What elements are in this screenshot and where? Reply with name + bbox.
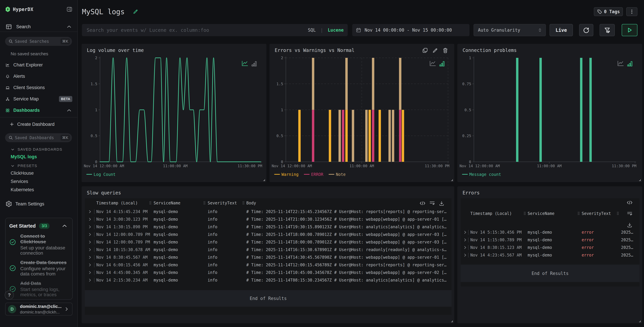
sidebar-link-mysql-logs[interactable]: MySQL logs xyxy=(11,154,72,159)
sidebar-link-kubernetes[interactable]: Kubernetes xyxy=(11,187,72,192)
column-grip-icon[interactable] xyxy=(203,201,206,205)
column-grip-icon[interactable] xyxy=(617,211,619,215)
table-row[interactable]: Nov 14 8:30:45.567 AMmysql-demoinfo# Tim… xyxy=(85,253,452,261)
expand-row-icon[interactable] xyxy=(463,245,467,250)
help-button[interactable]: ? xyxy=(5,290,14,300)
column-grip-icon[interactable] xyxy=(242,201,245,205)
expand-row-icon[interactable] xyxy=(88,247,92,252)
expand-row-icon[interactable] xyxy=(88,255,92,259)
sql-mode-toggle[interactable]: SQL xyxy=(308,28,316,33)
line-view-toggle[interactable] xyxy=(617,60,624,67)
table-row[interactable]: Nov 14 4:45:00.345 AMmysql-demoinfo# Tim… xyxy=(85,269,452,276)
table-row[interactable]: Nov 14 8:30:15.123 AMmysql-demoerror2025… xyxy=(461,244,640,251)
code-view-icon[interactable] xyxy=(626,200,633,205)
table-row[interactable]: Nov 14 4:23:45.567 AMmysql-demoerror2025… xyxy=(461,251,640,259)
column-header-body[interactable]: Body xyxy=(246,201,256,205)
group-presets[interactable]: PRESETS xyxy=(10,163,72,168)
expand-row-icon[interactable] xyxy=(88,209,92,214)
sidebar-item-chart-explorer[interactable]: Chart Explorer xyxy=(6,59,72,71)
resize-handle[interactable] xyxy=(638,178,641,181)
tags-button[interactable]: 0 Tags xyxy=(594,7,623,16)
sidebar-item-alerts[interactable]: Alerts xyxy=(6,71,72,82)
sidebar-item-client-sessions[interactable]: Client Sessions xyxy=(6,82,72,93)
expand-row-icon[interactable] xyxy=(88,232,92,237)
wrap-lines-icon[interactable] xyxy=(429,201,435,206)
run-query-button[interactable] xyxy=(622,24,638,36)
edit-panel-icon[interactable] xyxy=(432,47,438,54)
line-view-toggle[interactable] xyxy=(241,60,248,67)
group-saved-dashboards[interactable]: SAVED DASHBOARDS xyxy=(10,147,72,152)
code-view-icon[interactable] xyxy=(420,201,426,206)
column-header-servicename[interactable]: ServiceName xyxy=(154,201,180,205)
expand-row-icon[interactable] xyxy=(463,253,467,257)
create-dashboard-button[interactable]: Create Dashboard xyxy=(9,120,72,128)
expand-row-icon[interactable] xyxy=(88,263,92,267)
group-label: PRESETS xyxy=(18,164,37,168)
sidebar-collapse-icon[interactable] xyxy=(66,6,73,13)
bar-view-toggle[interactable] xyxy=(627,61,633,67)
table-row[interactable]: Nov 14 1:15:00.789 PMmysql-demoerror2025… xyxy=(461,236,640,244)
column-header-severitytext[interactable]: SeverityText xyxy=(208,201,237,205)
bar-view-toggle[interactable] xyxy=(251,61,257,67)
bar-view-toggle[interactable] xyxy=(439,61,445,67)
refresh-button[interactable] xyxy=(579,24,593,36)
sidebar-link-clickhouse[interactable]: ClickHouse xyxy=(11,171,72,176)
expand-row-icon[interactable] xyxy=(463,238,467,242)
panel-title: Errors xyxy=(462,190,480,196)
table-row[interactable]: Nov 14 6:00:15.456 AMmysql-demoinfo# Tim… xyxy=(85,261,452,269)
edit-title-icon[interactable] xyxy=(132,9,138,15)
resize-handle[interactable] xyxy=(450,178,453,181)
expand-row-icon[interactable] xyxy=(88,270,92,275)
get-started-item[interactable]: Connect to ClickHouse Set up your databa… xyxy=(9,233,68,256)
resize-handle[interactable] xyxy=(450,319,453,322)
wrap-lines-icon[interactable] xyxy=(627,211,632,216)
get-started-item[interactable]: Add Data Start sending logs, metrics, or… xyxy=(9,280,68,297)
event-search-input[interactable]: Search your events w/ Lucene ex. column:… xyxy=(82,24,348,36)
date-range-input[interactable]: Nov 14 00:00:00 - Nov 15 00:00:00 xyxy=(352,24,470,36)
resize-handle[interactable] xyxy=(638,319,641,322)
saved-searches-input[interactable]: Saved Searches ⌘K xyxy=(5,37,72,46)
expand-row-icon[interactable] xyxy=(88,278,92,282)
table-row[interactable]: Nov 14 1:30:15.890 PMmysql-demoinfo# Tim… xyxy=(85,223,452,231)
saved-dashboards-input[interactable]: Saved Dashboards ⌘K xyxy=(5,133,72,142)
row-separator xyxy=(94,255,94,260)
column-grip-icon[interactable] xyxy=(524,211,526,215)
column-grip-icon[interactable] xyxy=(578,211,580,215)
column-header-timestamp-local-[interactable]: Timestamp (Local) xyxy=(96,201,138,205)
sidebar-item-search[interactable]: Search xyxy=(6,22,72,31)
granularity-select[interactable]: Auto Granularity xyxy=(474,24,546,36)
resize-handle[interactable] xyxy=(262,178,265,181)
download-icon[interactable] xyxy=(627,222,632,228)
chevron-up-icon[interactable] xyxy=(61,222,68,229)
table-row[interactable]: Nov 14 3:00:30.123 PMmysql-demoinfo# Tim… xyxy=(85,215,452,223)
filter-button[interactable] xyxy=(600,24,615,36)
live-button[interactable]: Live xyxy=(550,24,573,36)
table-row[interactable]: Nov 14 2:15:30.234 AMmysql-demoinfo# Tim… xyxy=(85,276,452,284)
sidebar-item-dashboards[interactable]: Dashboards xyxy=(6,105,72,116)
download-icon[interactable] xyxy=(439,201,444,206)
expand-row-icon[interactable] xyxy=(463,230,467,234)
lucene-mode-toggle[interactable]: Lucene xyxy=(328,28,344,33)
column-header-severitytext[interactable]: SeverityText xyxy=(582,211,611,216)
table-row[interactable]: Nov 14 10:15:30.678 AMmysql-demoinfo# Ti… xyxy=(85,246,452,253)
sidebar-item-service-map[interactable]: Service Map BETA xyxy=(6,93,72,105)
duplicate-panel-icon[interactable] xyxy=(422,47,428,54)
column-grip-icon[interactable] xyxy=(149,201,152,205)
bar-chart: 00.250.50.751Nov 14 12:00:00 AM11:00:00 … xyxy=(457,44,642,182)
line-view-toggle[interactable] xyxy=(429,60,436,67)
expand-row-icon[interactable] xyxy=(88,217,92,221)
expand-row-icon[interactable] xyxy=(88,240,92,244)
more-menu-button[interactable] xyxy=(626,7,638,16)
user-account-card[interactable]: D dominic.tran@clic... dominic.tran@clic… xyxy=(5,303,72,315)
table-row[interactable]: Nov 14 12:00:00.789 PMmysql-demoinfo# Ti… xyxy=(85,231,452,238)
column-header-timestamp-local-[interactable]: Timestamp (Local) xyxy=(470,211,512,216)
delete-panel-icon[interactable] xyxy=(442,47,448,54)
expand-row-icon[interactable] xyxy=(88,225,92,229)
column-header-servicename[interactable]: ServiceName xyxy=(528,211,554,216)
table-row[interactable]: Nov 14 5:15:30.456 PMmysql-demoerror2025… xyxy=(461,228,640,236)
sidebar-item-team-settings[interactable]: Team Settings xyxy=(6,199,72,208)
table-row[interactable]: Nov 14 4:15:45.234 PMmysql-demoinfo# Tim… xyxy=(85,208,452,215)
table-row[interactable]: Nov 14 12:00:00.789 PMmysql-demoinfo# Ti… xyxy=(85,238,452,246)
get-started-item[interactable]: Create Data Sources Configure where your… xyxy=(9,260,68,276)
sidebar-link-services[interactable]: Services xyxy=(11,179,72,184)
